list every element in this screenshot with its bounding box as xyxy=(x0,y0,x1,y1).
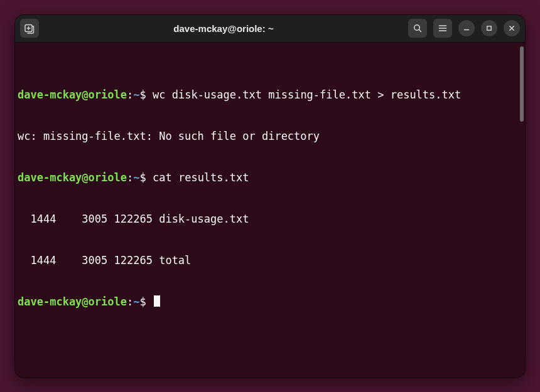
command-text: cat results.txt xyxy=(146,171,249,184)
window-title: dave-mckay@oriole: ~ xyxy=(44,23,403,34)
cursor-block xyxy=(154,295,160,307)
prompt-user: dave-mckay@oriole xyxy=(18,295,127,308)
maximize-icon xyxy=(485,24,493,32)
menu-button[interactable] xyxy=(433,19,452,38)
titlebar: dave-mckay@oriole: ~ xyxy=(15,15,525,43)
prompt-path: ~ xyxy=(133,171,139,184)
minimize-icon xyxy=(463,24,470,32)
terminal-body[interactable]: dave-mckay@oriole:~$ wc disk-usage.txt m… xyxy=(15,43,525,378)
titlebar-left xyxy=(20,19,39,38)
prompt-line-3: dave-mckay@oriole:~$ xyxy=(18,295,522,309)
maximize-button[interactable] xyxy=(481,20,497,36)
output-line: 1444 3005 122265 total xyxy=(18,253,522,267)
output-line: wc: missing-file.txt: No such file or di… xyxy=(18,129,522,143)
prompt-path: ~ xyxy=(133,295,139,308)
prompt-colon: : xyxy=(127,88,133,101)
search-button[interactable] xyxy=(408,19,427,38)
hamburger-icon xyxy=(438,23,448,33)
new-tab-button[interactable] xyxy=(20,19,39,38)
prompt-dollar: $ xyxy=(140,295,146,308)
prompt-dollar: $ xyxy=(140,88,146,101)
command-text: wc disk-usage.txt missing-file.txt > res… xyxy=(146,88,462,101)
prompt-user: dave-mckay@oriole xyxy=(18,171,127,184)
prompt-line-1: dave-mckay@oriole:~$ wc disk-usage.txt m… xyxy=(18,88,522,102)
close-button[interactable] xyxy=(504,20,520,36)
prompt-path: ~ xyxy=(133,88,139,101)
search-icon xyxy=(413,23,423,33)
command-text xyxy=(146,295,153,308)
svg-rect-9 xyxy=(487,26,491,30)
minimize-button[interactable] xyxy=(458,20,475,36)
titlebar-right xyxy=(408,19,520,38)
terminal-window: dave-mckay@oriole: ~ xyxy=(15,15,525,378)
prompt-dollar: $ xyxy=(140,171,146,184)
new-tab-icon xyxy=(24,23,35,34)
close-icon xyxy=(508,24,516,32)
prompt-colon: : xyxy=(127,171,133,184)
output-line: 1444 3005 122265 disk-usage.txt xyxy=(18,212,522,226)
prompt-colon: : xyxy=(127,295,133,308)
prompt-user: dave-mckay@oriole xyxy=(18,88,127,101)
svg-line-4 xyxy=(419,29,421,31)
scrollbar-thumb[interactable] xyxy=(520,46,524,122)
prompt-line-2: dave-mckay@oriole:~$ cat results.txt xyxy=(18,171,522,184)
